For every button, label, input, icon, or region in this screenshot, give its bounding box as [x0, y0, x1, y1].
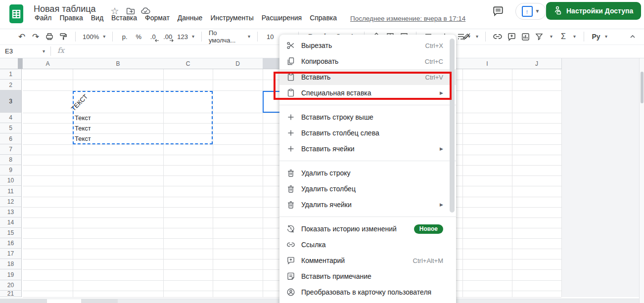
menubar-item-1[interactable]: Правка — [59, 14, 83, 22]
menubar-item-0[interactable]: Файл — [35, 14, 51, 22]
row-header-10[interactable]: 10 — [0, 175, 22, 186]
trash-icon — [286, 184, 295, 193]
menu-item-insert-row-above[interactable]: Вставить строку выше — [279, 109, 456, 125]
input-tools-button[interactable]: Ру — [589, 31, 603, 43]
undo-button[interactable]: ↶ — [15, 31, 29, 43]
row-header-4[interactable]: 4 — [0, 113, 22, 123]
functions-button[interactable]: Σ — [556, 31, 570, 43]
row-header-20[interactable]: 20 — [0, 280, 22, 291]
insert-chart-button[interactable] — [518, 31, 532, 43]
fx-icon: fx — [57, 46, 64, 55]
row-header-9[interactable]: 9 — [0, 165, 22, 175]
vertical-scrollbar-thumb[interactable] — [641, 72, 644, 103]
vertical-scrollbar[interactable] — [639, 58, 644, 303]
menu-item-convert-to-people-chip[interactable]: Преобразовать в карточку пользователя — [279, 284, 456, 300]
redo-button[interactable]: ↷ — [29, 31, 43, 43]
menubar-item-7[interactable]: Расширения — [262, 14, 302, 22]
google-sheets-app: ТЕКСТ Текст Текст Текст ABCDEFGHIJ 12345… — [0, 0, 644, 303]
row-header-12[interactable]: 12 — [0, 197, 22, 207]
insert-comment-button[interactable] — [505, 31, 518, 43]
zoom-select[interactable]: 100%▾ — [81, 31, 107, 43]
menu-item-comment[interactable]: КомментарийCtrl+Alt+M — [279, 253, 456, 268]
name-box[interactable]: E3 — [0, 44, 49, 58]
menu-item-insert-column-left[interactable]: Вставить столбец слева — [279, 125, 456, 141]
comments-button[interactable] — [491, 4, 506, 19]
row-header-3[interactable]: 3 — [0, 90, 22, 113]
new-badge: Новое — [414, 224, 443, 234]
last-edit-link[interactable]: Последнее изменение: вчера в 17:14 — [350, 15, 465, 22]
row-header-6[interactable]: 6 — [0, 133, 22, 144]
row-header-19[interactable]: 19 — [0, 269, 22, 280]
paint-format-button[interactable] — [56, 31, 70, 43]
column-header-b[interactable]: B — [73, 58, 164, 69]
scissors-icon — [286, 41, 295, 50]
menu-item-show-edit-history[interactable]: Показать историю измененийНовое — [279, 221, 456, 237]
copied-range-marquee — [73, 91, 213, 144]
menu-item-paste-special[interactable]: Специальная вставка▶ — [279, 85, 456, 101]
plus-icon — [286, 144, 295, 153]
filter-button[interactable] — [532, 31, 546, 43]
insert-link-button[interactable] — [491, 31, 505, 43]
menu-item-delete-row[interactable]: Удалить строку — [279, 165, 456, 181]
sheets-logo-icon[interactable] — [9, 4, 24, 26]
share-button[interactable]: Настройки Доступа — [546, 2, 641, 20]
menu-scrollbar-thumb[interactable] — [450, 39, 455, 213]
right-arrow-icon — [170, 36, 174, 43]
increase-decimal-button[interactable]: .00 — [160, 31, 175, 43]
row-header-16[interactable]: 16 — [0, 238, 22, 249]
select-all-corner[interactable] — [0, 58, 23, 69]
menu-item-cut[interactable]: ВырезатьCtrl+X — [279, 38, 456, 53]
active-sheet-tab[interactable] — [47, 299, 81, 303]
column-header-i[interactable]: I — [462, 58, 512, 69]
grid-vline — [512, 69, 512, 297]
publish-button[interactable]: ↑ ▼ — [515, 3, 546, 20]
decrease-decimal-button[interactable]: .0 — [145, 31, 160, 43]
row-header-1[interactable]: 1 — [0, 69, 22, 80]
menu-item-delete-cells[interactable]: Удалить ячейки▶ — [279, 197, 456, 213]
number-format-select[interactable]: 123▾ — [175, 31, 196, 43]
row-header-15[interactable]: 15 — [0, 228, 22, 238]
menu-item-copy[interactable]: КопироватьCtrl+C — [279, 53, 456, 69]
row-header-8[interactable]: 8 — [0, 155, 22, 165]
hide-toolbar-button[interactable] — [626, 31, 639, 43]
sheet-bar-buttons[interactable] — [0, 299, 47, 303]
menu-item-insert-note[interactable]: Вставить примечание — [279, 268, 456, 284]
document-title[interactable]: Новая таблица — [34, 4, 96, 14]
trash-icon — [286, 169, 295, 177]
text-rotation-button[interactable] — [460, 31, 474, 43]
menubar-item-8[interactable]: Справка — [310, 14, 337, 22]
context-menu: ВырезатьCtrl+XКопироватьCtrl+CВставитьCt… — [279, 35, 456, 303]
row-header-5[interactable]: 5 — [0, 123, 22, 133]
menu-item-delete-column[interactable]: Удалить столбец — [279, 181, 456, 197]
row-header-2[interactable]: 2 — [0, 80, 22, 90]
menubar-item-5[interactable]: Данные — [178, 14, 203, 22]
font-select[interactable]: По умолча...▾ — [207, 31, 252, 43]
row-header-13[interactable]: 13 — [0, 207, 22, 217]
percent-format-button[interactable]: % — [132, 31, 145, 43]
column-header-c[interactable]: C — [163, 58, 213, 69]
submenu-arrow-icon: ▶ — [440, 202, 443, 207]
namebox-caret-icon: ▾ — [43, 49, 45, 54]
column-header-a[interactable]: A — [23, 58, 73, 69]
print-button[interactable] — [43, 31, 56, 43]
note-icon — [286, 272, 295, 281]
currency-format-button[interactable]: р. — [118, 31, 132, 43]
column-header-j[interactable]: J — [512, 58, 562, 69]
trash-icon — [286, 200, 295, 209]
menu-item-paste[interactable]: ВставитьCtrl+V — [279, 69, 456, 85]
menu-item-insert-cells[interactable]: Вставить ячейки▶ — [279, 141, 456, 157]
row-header-11[interactable]: 11 — [0, 186, 22, 197]
menubar-item-6[interactable]: Инструменты — [210, 14, 253, 22]
row-header-7[interactable]: 7 — [0, 144, 22, 155]
person-lock-icon — [554, 5, 562, 17]
row-header-17[interactable]: 17 — [0, 249, 22, 259]
submenu-arrow-icon: ▶ — [440, 146, 443, 151]
menu-item-link[interactable]: Ссылка — [279, 237, 456, 253]
row-header-21[interactable]: 21 — [0, 291, 22, 297]
column-header-d[interactable]: D — [213, 58, 263, 69]
row-header-14[interactable]: 14 — [0, 217, 22, 228]
row-header-18[interactable]: 18 — [0, 259, 22, 269]
menubar-item-4[interactable]: Формат — [145, 14, 170, 22]
menubar-item-3[interactable]: Вставка — [111, 14, 137, 22]
menubar-item-2[interactable]: Вид — [91, 14, 103, 22]
